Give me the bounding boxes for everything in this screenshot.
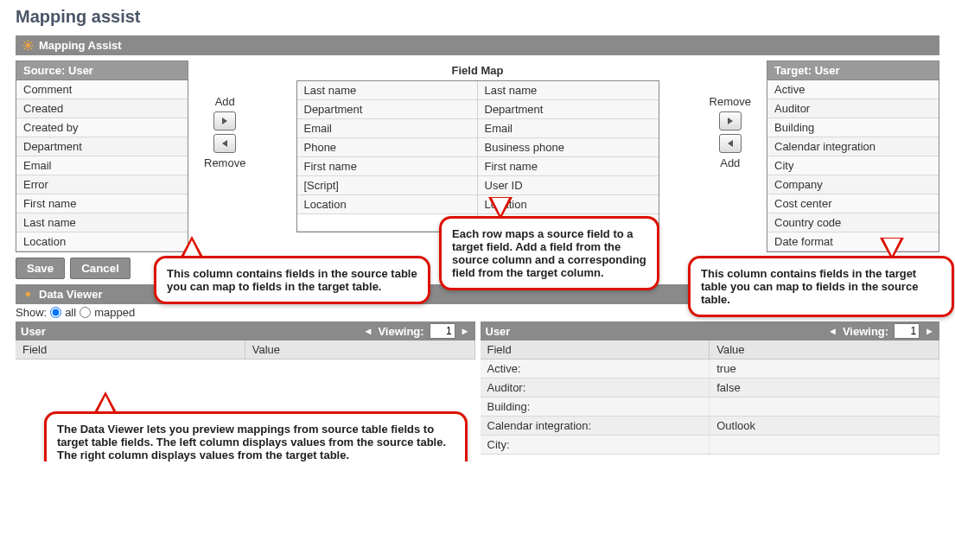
list-item[interactable]: City: [767, 156, 939, 175]
list-item[interactable]: First name: [478, 157, 659, 176]
show-mapped-radio[interactable]: [80, 307, 91, 318]
svg-point-9: [26, 292, 30, 296]
list-item[interactable]: Auditor: [767, 99, 939, 118]
add-to-map-button[interactable]: [213, 111, 236, 130]
list-item[interactable]: Created by: [16, 118, 188, 137]
list-item[interactable]: Cost center: [767, 194, 939, 213]
list-item[interactable]: Last name: [478, 81, 659, 100]
prev-page-icon[interactable]: ◄: [364, 326, 373, 336]
list-item[interactable]: Email: [16, 156, 188, 175]
list-item[interactable]: Created: [16, 99, 188, 118]
list-item[interactable]: Active: [767, 80, 939, 99]
list-item[interactable]: Email: [297, 119, 478, 138]
add-target-button[interactable]: [719, 134, 742, 153]
fieldmap-title: Field Map: [449, 60, 507, 80]
list-item[interactable]: Phone: [297, 138, 478, 157]
list-item[interactable]: Last name: [16, 213, 188, 232]
list-item[interactable]: Comment: [16, 80, 188, 99]
left-buttons: Add Remove: [192, 95, 258, 169]
list-item[interactable]: Department: [478, 100, 659, 119]
list-item[interactable]: Location: [297, 195, 478, 214]
table-row: Auditor:false: [481, 379, 940, 398]
list-item[interactable]: First name: [297, 157, 478, 176]
list-item[interactable]: Country code: [767, 213, 939, 232]
cancel-button[interactable]: Cancel: [70, 258, 131, 279]
list-item[interactable]: Email: [478, 119, 659, 138]
list-item[interactable]: Department: [16, 137, 188, 156]
cell-field: Active:: [481, 360, 710, 378]
panel-title: Mapping Assist: [39, 39, 122, 52]
cell-value: [710, 436, 939, 454]
callout-target: This column contains fields in the targe…: [688, 256, 954, 317]
fieldmap-column: Field Map Last nameDepartmentEmailPhoneF…: [261, 60, 693, 232]
prev-page-icon[interactable]: ◄: [828, 326, 837, 336]
list-item[interactable]: User ID: [478, 176, 659, 195]
viewer-right-rows: Active:trueAuditor:falseBuilding:Calenda…: [481, 360, 940, 455]
next-page-icon[interactable]: ►: [461, 326, 470, 336]
target-header: Target: User: [767, 60, 939, 80]
viewing-label: Viewing:: [843, 325, 888, 338]
cell-value: true: [710, 360, 939, 378]
page-input-right[interactable]: [894, 323, 920, 339]
viewer-right-title: User: [486, 325, 511, 338]
viewer-right: User ◄ Viewing: ► Field Value Active:tru…: [481, 321, 940, 455]
svg-line-5: [24, 41, 26, 43]
add-label: Add: [215, 95, 235, 108]
cell-value: [710, 398, 939, 416]
svg-line-6: [30, 48, 32, 49]
table-row: Active:true: [481, 360, 940, 379]
gear-icon[interactable]: [22, 289, 34, 300]
callout-center: Each row maps a source field to a target…: [439, 216, 659, 290]
table-row: Building:: [481, 398, 940, 417]
save-button[interactable]: Save: [16, 258, 65, 279]
callout-viewer: The Data Viewer lets you preview mapping…: [44, 411, 468, 461]
callout-source: This column contains fields in the sourc…: [154, 256, 430, 304]
cell-value: false: [710, 379, 939, 397]
right-buttons: Remove Add: [697, 95, 763, 169]
col-value: Value: [710, 340, 939, 359]
remove-target-button[interactable]: [719, 111, 742, 130]
page-title: Mapping assist: [16, 7, 939, 27]
source-header: Source: User: [16, 60, 188, 80]
gear-icon[interactable]: [22, 40, 34, 51]
table-row: Calendar integration:Outlook: [481, 417, 940, 436]
svg-line-8: [30, 41, 32, 43]
target-column: Target: User ActiveAuditorBuildingCalend…: [767, 60, 939, 252]
col-field: Field: [481, 340, 710, 359]
list-item[interactable]: First name: [16, 194, 188, 213]
fieldmap-left: Last nameDepartmentEmailPhoneFirst name[…: [297, 81, 478, 232]
show-all-radio[interactable]: [50, 307, 61, 318]
page-input-left[interactable]: [430, 323, 455, 339]
show-label: Show:: [16, 306, 47, 319]
show-mapped-label: mapped: [94, 306, 135, 319]
svg-line-7: [24, 48, 26, 49]
col-value: Value: [245, 340, 475, 359]
list-item[interactable]: [Script]: [297, 176, 478, 195]
col-field: Field: [16, 340, 245, 359]
source-column: Source: User CommentCreatedCreated byDep…: [16, 60, 188, 252]
next-page-icon[interactable]: ►: [925, 326, 934, 336]
cell-field: City:: [481, 436, 710, 454]
remove-label-right: Remove: [710, 95, 751, 108]
list-item[interactable]: Location: [16, 232, 188, 251]
remove-from-map-button[interactable]: [213, 134, 236, 153]
list-item[interactable]: Date format: [767, 232, 939, 251]
target-field-list[interactable]: ActiveAuditorBuildingCalendar integratio…: [767, 80, 939, 252]
list-item[interactable]: Company: [767, 175, 939, 194]
cell-field: Auditor:: [481, 379, 710, 397]
list-item[interactable]: Last name: [297, 81, 478, 100]
list-item[interactable]: Error: [16, 175, 188, 194]
cell-field: Building:: [481, 398, 710, 416]
list-item[interactable]: Department: [297, 100, 478, 119]
data-viewer-title: Data Viewer: [39, 288, 102, 301]
svg-point-0: [26, 43, 30, 48]
table-row: City:: [481, 436, 940, 455]
list-item[interactable]: Building: [767, 118, 939, 137]
list-item[interactable]: Calendar integration: [767, 137, 939, 156]
remove-label: Remove: [204, 156, 245, 169]
fieldmap-box[interactable]: Last nameDepartmentEmailPhoneFirst name[…: [296, 80, 659, 232]
list-item[interactable]: Business phone: [478, 138, 659, 157]
show-all-label: all: [65, 306, 76, 319]
viewing-label: Viewing:: [378, 325, 423, 338]
source-field-list[interactable]: CommentCreatedCreated byDepartmentEmailE…: [16, 80, 188, 252]
